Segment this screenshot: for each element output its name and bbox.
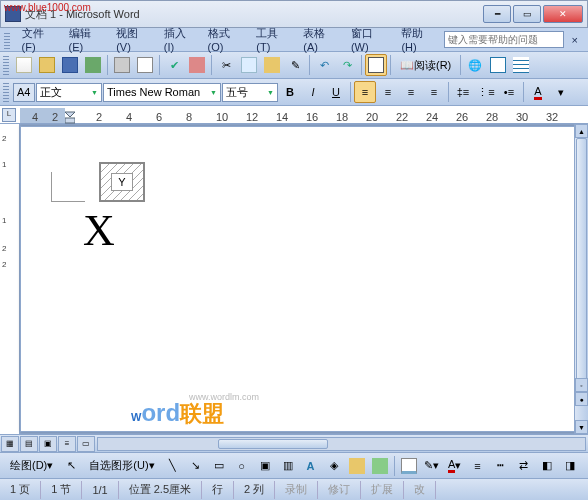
font-color-draw-button[interactable]: A▾ bbox=[444, 455, 466, 477]
open-button[interactable] bbox=[36, 54, 58, 76]
document-page[interactable]: Y X www.wordlm.com Word联盟 bbox=[20, 126, 586, 432]
status-rev[interactable]: 修订 bbox=[318, 481, 361, 499]
align-center-button[interactable]: ≡ bbox=[377, 81, 399, 103]
picture-button[interactable] bbox=[369, 455, 391, 477]
menu-tools[interactable]: 工具(T) bbox=[250, 24, 295, 55]
font-color-button[interactable]: A bbox=[527, 81, 549, 103]
style-combo[interactable]: 正文▼ bbox=[36, 83, 102, 102]
underline-button[interactable]: U bbox=[325, 81, 347, 103]
menu-file[interactable]: 文件(F) bbox=[16, 24, 61, 55]
indent-marker[interactable] bbox=[65, 108, 75, 124]
menu-edit[interactable]: 编辑(E) bbox=[63, 24, 109, 55]
undo-button[interactable]: ↶ bbox=[313, 54, 335, 76]
font-combo[interactable]: Times New Roman▼ bbox=[103, 83, 221, 102]
arrow-button[interactable]: ↘ bbox=[185, 455, 207, 477]
menu-view[interactable]: 视图(V) bbox=[110, 24, 156, 55]
selected-textbox[interactable]: Y bbox=[99, 162, 145, 202]
horizontal-ruler[interactable]: L 4 2 2 4 6 8 10 12 14 16 18 20 22 24 26… bbox=[0, 106, 588, 124]
tab-selector[interactable]: L bbox=[2, 108, 16, 122]
menu-table[interactable]: 表格(A) bbox=[297, 24, 343, 55]
arrow-style-button[interactable]: ⇄ bbox=[513, 455, 535, 477]
autoshapes-button[interactable]: 自选图形(U) ▾ bbox=[83, 455, 160, 477]
horizontal-scrollbar[interactable] bbox=[97, 437, 586, 451]
status-rec[interactable]: 录制 bbox=[275, 481, 318, 499]
print-preview-button[interactable] bbox=[134, 54, 156, 76]
outline-view-button[interactable]: ≡ bbox=[58, 436, 76, 452]
reading-view-button[interactable]: ▭ bbox=[77, 436, 95, 452]
align-justify-button[interactable]: ≡ bbox=[423, 81, 445, 103]
bold-button[interactable]: B bbox=[279, 81, 301, 103]
normal-view-button[interactable]: ▦ bbox=[1, 436, 19, 452]
status-ext[interactable]: 扩展 bbox=[361, 481, 404, 499]
menubar-grip[interactable] bbox=[4, 31, 10, 49]
menu-insert[interactable]: 插入(I) bbox=[158, 24, 200, 55]
select-objects-button[interactable]: ↖ bbox=[60, 455, 82, 477]
diagram-button[interactable]: ◈ bbox=[323, 455, 345, 477]
bullets-button[interactable]: •≡ bbox=[498, 81, 520, 103]
scroll-down-button[interactable]: ▼ bbox=[575, 420, 588, 434]
font-size-combo[interactable]: 五号▼ bbox=[222, 83, 278, 102]
rectangle-button[interactable]: ▭ bbox=[208, 455, 230, 477]
format-painter-button[interactable]: ✎ bbox=[284, 54, 306, 76]
new-doc-button[interactable] bbox=[13, 54, 35, 76]
vertical-scrollbar[interactable]: ▲ ◦ ● ▼ bbox=[574, 124, 588, 434]
maximize-button[interactable]: ▭ bbox=[513, 5, 541, 23]
line-style-button[interactable]: ≡ bbox=[467, 455, 489, 477]
textbox-content[interactable]: Y bbox=[111, 173, 132, 191]
align-left-button[interactable]: ≡ bbox=[354, 81, 376, 103]
italic-button[interactable]: I bbox=[302, 81, 324, 103]
permissions-button[interactable] bbox=[82, 54, 104, 76]
hscroll-thumb[interactable] bbox=[218, 439, 328, 449]
hyperlink-button[interactable]: 🌐 bbox=[464, 54, 486, 76]
research-button[interactable] bbox=[186, 54, 208, 76]
doc-close-button[interactable]: × bbox=[566, 32, 584, 48]
document-text[interactable]: X bbox=[83, 205, 115, 256]
menu-window[interactable]: 窗口(W) bbox=[345, 24, 393, 55]
help-search-input[interactable] bbox=[444, 31, 564, 48]
numbering-button[interactable]: ⋮≡ bbox=[475, 81, 497, 103]
close-button[interactable]: ✕ bbox=[543, 5, 583, 23]
dash-style-button[interactable]: ┅ bbox=[490, 455, 512, 477]
3d-button[interactable]: ◨ bbox=[559, 455, 581, 477]
line-spacing-button[interactable]: ‡≡ bbox=[452, 81, 474, 103]
menu-format[interactable]: 格式(O) bbox=[202, 24, 249, 55]
toolbar-grip[interactable] bbox=[3, 55, 9, 75]
line-color-button[interactable]: ✎▾ bbox=[421, 455, 443, 477]
window-title: 文档 1 - Microsoft Word bbox=[25, 7, 483, 22]
scroll-thumb[interactable] bbox=[576, 138, 587, 384]
toolbar-options-button[interactable]: ▾ bbox=[550, 81, 572, 103]
draw-menu-button[interactable]: 绘图(D) ▾ bbox=[4, 455, 59, 477]
insert-textbox-button[interactable] bbox=[365, 54, 387, 76]
align-right-button[interactable]: ≡ bbox=[400, 81, 422, 103]
line-button[interactable]: ╲ bbox=[162, 455, 184, 477]
fill-color-button[interactable] bbox=[398, 455, 420, 477]
toolbar-grip-2[interactable] bbox=[3, 82, 9, 102]
style-indicator-combo[interactable]: A4 bbox=[13, 83, 35, 102]
redo-button[interactable]: ↷ bbox=[336, 54, 358, 76]
browse-object-button[interactable]: ● bbox=[575, 392, 588, 406]
paste-button[interactable] bbox=[261, 54, 283, 76]
clipart-button[interactable] bbox=[346, 455, 368, 477]
copy-button[interactable] bbox=[238, 54, 260, 76]
tables-button[interactable] bbox=[487, 54, 509, 76]
vertical-ruler[interactable]: 2 1 1 2 2 bbox=[0, 124, 20, 434]
textbox-button[interactable]: ▣ bbox=[254, 455, 276, 477]
scroll-up-button[interactable]: ▲ bbox=[575, 124, 588, 138]
minimize-button[interactable]: ━ bbox=[483, 5, 511, 23]
cut-button[interactable]: ✂ bbox=[215, 54, 237, 76]
print-button[interactable] bbox=[111, 54, 133, 76]
vertical-textbox-button[interactable]: ▥ bbox=[277, 455, 299, 477]
reading-layout-button[interactable]: 📖 阅读(R) bbox=[394, 54, 457, 76]
wordart-button[interactable]: A bbox=[300, 455, 322, 477]
print-view-button[interactable]: ▣ bbox=[39, 436, 57, 452]
shadow-button[interactable]: ◧ bbox=[536, 455, 558, 477]
prev-page-button[interactable]: ◦ bbox=[575, 378, 588, 392]
status-section: 1 节 bbox=[41, 481, 82, 499]
menu-help[interactable]: 帮助(H) bbox=[395, 24, 441, 55]
save-button[interactable] bbox=[59, 54, 81, 76]
oval-button[interactable]: ○ bbox=[231, 455, 253, 477]
web-view-button[interactable]: ▤ bbox=[20, 436, 38, 452]
status-ovr[interactable]: 改 bbox=[404, 481, 436, 499]
insert-table-button[interactable] bbox=[510, 54, 532, 76]
spelling-button[interactable]: ✔ bbox=[163, 54, 185, 76]
